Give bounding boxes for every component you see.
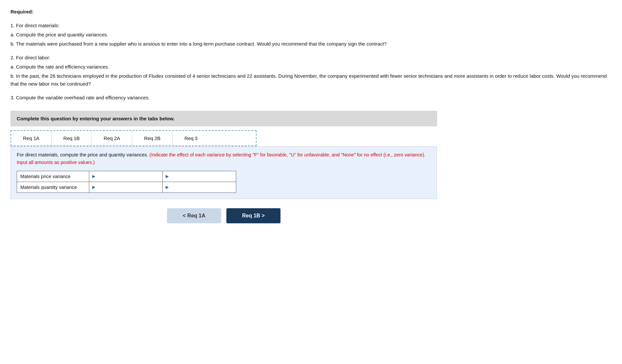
- tab-req2a[interactable]: Req 2A: [92, 131, 132, 146]
- row-2-value-1[interactable]: [97, 183, 160, 191]
- tab-req1a[interactable]: Req 1A: [11, 131, 52, 146]
- row-1-input-2[interactable]: ►: [162, 171, 236, 182]
- row-1-value-2[interactable]: [171, 172, 234, 180]
- tabs-container: Req 1A Req 1B Req 2A Req 2B Req 3: [10, 130, 257, 146]
- row-2-label: Materials quantity variance: [17, 182, 89, 193]
- row-2-input-2[interactable]: ►: [162, 182, 236, 193]
- question-1: 1. For direct materials: a. Compute the …: [10, 22, 612, 48]
- prev-button[interactable]: < Req 1A: [167, 208, 221, 223]
- tab-row: Req 1A Req 1B Req 2A Req 2B Req 3 For di…: [10, 130, 437, 199]
- q1-number: 1. For direct materials:: [10, 22, 612, 30]
- tab-req1b[interactable]: Req 1B: [52, 131, 92, 146]
- table-row: Materials quantity variance ► ►: [17, 182, 236, 193]
- question-3: 3. Compute the variable overhead rate an…: [10, 94, 612, 102]
- answer-area: For direct materials, compute the price …: [10, 146, 437, 199]
- tab-req2b[interactable]: Req 2B: [132, 131, 173, 146]
- q3-number: 3. Compute the variable overhead rate an…: [10, 94, 612, 102]
- table-row: Materials price variance ► ►: [17, 171, 236, 182]
- instruction-bar: Complete this question by entering your …: [10, 111, 437, 126]
- row-2-value-2[interactable]: [171, 183, 234, 191]
- tab-req3[interactable]: Req 3: [173, 131, 209, 146]
- arrow-icon-3: ►: [91, 185, 96, 190]
- required-label: Required:: [10, 8, 612, 16]
- question-2: 2. For direct labor: a. Compute the rate…: [10, 54, 612, 88]
- nav-buttons: < Req 1A Req 1B >: [10, 208, 437, 223]
- row-1-value-1[interactable]: [97, 172, 160, 180]
- row-1-input-1[interactable]: ►: [89, 171, 163, 182]
- variance-table: Materials price variance ► ►: [17, 171, 236, 193]
- q2-part-a: a. Compute the rate and efficiency varia…: [10, 63, 612, 71]
- q2-part-b: b. In the past, the 26 technicians emplo…: [10, 72, 612, 88]
- q2-number: 2. For direct labor:: [10, 54, 612, 62]
- row-2-input-1[interactable]: ►: [89, 182, 163, 193]
- instruction-bar-text: Complete this question by entering your …: [17, 116, 175, 121]
- arrow-icon-2: ►: [165, 174, 170, 179]
- q1-part-a: a. Compute the price and quantity varian…: [10, 31, 612, 39]
- answer-intro: For direct materials, compute the price …: [17, 151, 431, 166]
- arrow-icon-1: ►: [91, 174, 96, 179]
- next-button[interactable]: Req 1B >: [226, 208, 280, 223]
- q1-part-b: b. The materials were purchased from a n…: [10, 40, 612, 48]
- required-section: Required:: [10, 8, 612, 16]
- row-1-label: Materials price variance: [17, 171, 89, 182]
- arrow-icon-4: ►: [165, 185, 170, 190]
